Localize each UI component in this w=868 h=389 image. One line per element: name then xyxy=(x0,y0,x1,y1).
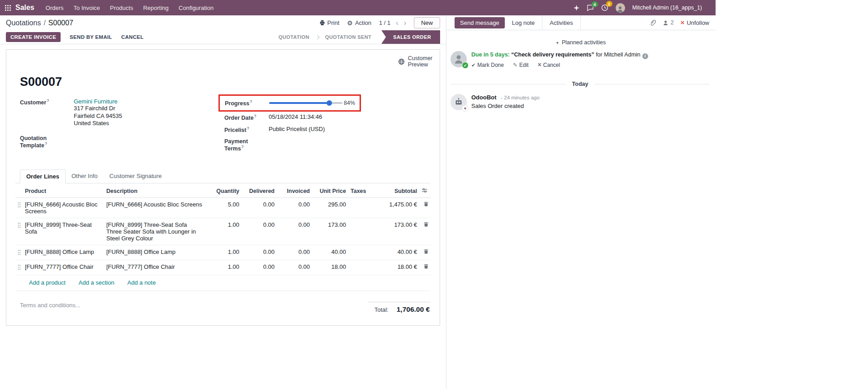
handle-column-header xyxy=(15,184,23,198)
pager-next-icon[interactable]: › xyxy=(404,19,406,27)
product-cell[interactable]: [FURN_8888] Office Lamp xyxy=(23,245,104,260)
action-button[interactable]: Action xyxy=(347,19,371,27)
invoiced-cell[interactable]: 0.00 xyxy=(277,260,312,275)
order-lines-table: Product Description Quantity Delivered I… xyxy=(15,184,431,275)
edit-activity-button[interactable]: Edit xyxy=(513,61,529,68)
tab-other-info[interactable]: Other Info xyxy=(66,169,104,183)
mark-done-button[interactable]: Mark Done xyxy=(471,61,504,68)
menu-to-invoice[interactable]: To Invoice xyxy=(69,0,105,15)
customer-preview-button[interactable]: Customer Preview xyxy=(398,55,432,68)
unit-price-cell[interactable]: 40.00 xyxy=(312,245,348,260)
description-cell[interactable]: [FURN_7777] Office Chair xyxy=(104,260,210,275)
product-cell[interactable]: [FURN_8999] Three-Seat Sofa xyxy=(23,218,104,245)
delete-row-icon[interactable] xyxy=(419,260,431,275)
progress-slider-handle[interactable] xyxy=(327,100,332,106)
taxes-cell[interactable] xyxy=(348,197,376,218)
user-avatar[interactable] xyxy=(616,3,625,13)
invoiced-cell[interactable]: 0.00 xyxy=(277,218,312,245)
progress-slider[interactable] xyxy=(269,102,342,104)
description-cell[interactable]: [FURN_8999] Three-Seat Sofa Three Seater… xyxy=(104,218,210,245)
taxes-cell[interactable] xyxy=(348,260,376,275)
log-note-button[interactable]: Log note xyxy=(505,15,542,30)
delivered-cell[interactable]: 0.00 xyxy=(242,218,277,245)
terms-placeholder[interactable]: Terms and conditions... xyxy=(20,302,81,309)
subtotal-cell: 173.00 € xyxy=(376,218,419,245)
new-button[interactable]: New xyxy=(414,17,440,28)
order-line-row: [FURN_6666] Acoustic Bloc Screens [FURN_… xyxy=(15,197,431,218)
print-button[interactable]: Print xyxy=(319,19,340,26)
product-cell[interactable]: [FURN_7777] Office Chair xyxy=(23,260,104,275)
info-icon[interactable] xyxy=(642,53,648,59)
status-quotation-sent[interactable]: QUOTATION SENT xyxy=(319,34,378,40)
pencil-icon xyxy=(513,62,517,68)
taxes-cell[interactable] xyxy=(348,218,376,245)
status-sales-order[interactable]: SALES ORDER xyxy=(381,30,440,44)
drag-handle-icon[interactable] xyxy=(15,260,23,275)
activities-button[interactable]: Activities xyxy=(542,15,580,30)
quantity-cell[interactable]: 1.00 xyxy=(210,245,242,260)
status-quotation[interactable]: QUOTATION xyxy=(272,34,316,40)
pricelist-value[interactable]: Public Pricelist (USD) xyxy=(269,126,325,133)
delete-row-icon[interactable] xyxy=(419,197,431,218)
optional-columns-icon[interactable] xyxy=(419,184,431,198)
message-body: Sales Order created xyxy=(471,103,540,109)
menu-reporting[interactable]: Reporting xyxy=(138,0,173,15)
add-product-link[interactable]: Add a product xyxy=(29,279,66,286)
drag-handle-icon[interactable] xyxy=(15,245,23,260)
taxes-cell[interactable] xyxy=(348,245,376,260)
quantity-cell[interactable]: 5.00 xyxy=(210,197,242,218)
menu-configuration[interactable]: Configuration xyxy=(174,0,218,15)
invoiced-cell[interactable]: 0.00 xyxy=(277,197,312,218)
pager-previous-icon[interactable]: ‹ xyxy=(396,19,398,27)
apps-grid-icon[interactable] xyxy=(5,5,11,11)
create-invoice-button[interactable]: CREATE INVOICE xyxy=(6,32,61,42)
send-by-email-button[interactable]: SEND BY EMAIL xyxy=(70,34,112,40)
add-section-link[interactable]: Add a section xyxy=(79,279,114,286)
user-menu[interactable]: Mitchell Admin (16_apps_1) xyxy=(632,5,702,11)
delivered-cell[interactable]: 0.00 xyxy=(242,245,277,260)
unit-price-cell[interactable]: 18.00 xyxy=(312,260,348,275)
activity-due: Due in 5 days: xyxy=(471,52,510,58)
followers-button[interactable]: 2 xyxy=(663,19,674,26)
cancel-activity-button[interactable]: Cancel xyxy=(538,61,560,68)
menu-orders[interactable]: Orders xyxy=(41,0,69,15)
unfollow-button[interactable]: Unfollow xyxy=(680,19,709,26)
tab-order-lines[interactable]: Order Lines xyxy=(20,169,66,183)
customer-link[interactable]: Gemini Furniture xyxy=(74,98,118,105)
add-note-link[interactable]: Add a note xyxy=(128,279,156,286)
description-cell[interactable]: [FURN_6666] Acoustic Bloc Screens xyxy=(104,197,210,218)
tab-customer-signature[interactable]: Customer Signature xyxy=(104,169,168,183)
breadcrumb-parent[interactable]: Quotations xyxy=(6,19,41,27)
delete-row-icon[interactable] xyxy=(419,245,431,260)
followers-count: 2 xyxy=(670,19,674,26)
unit-price-cell[interactable]: 295.00 xyxy=(312,197,348,218)
message-author[interactable]: OdooBot xyxy=(471,94,497,101)
unit-price-cell[interactable]: 173.00 xyxy=(312,218,348,245)
customer-preview-line1: Customer xyxy=(408,55,432,61)
quantity-cell[interactable]: 1.00 xyxy=(210,218,242,245)
delete-row-icon[interactable] xyxy=(419,218,431,245)
order-date-value[interactable]: 05/18/2024 11:34:46 xyxy=(269,113,322,121)
send-message-button[interactable]: Send message xyxy=(455,17,505,28)
planned-activities-toggle[interactable]: Planned activities xyxy=(446,39,716,46)
description-cell[interactable]: [FURN_8888] Office Lamp xyxy=(104,245,210,260)
drag-handle-icon[interactable] xyxy=(15,218,23,245)
quantity-cell[interactable]: 1.00 xyxy=(210,260,242,275)
customer-label: Customer? xyxy=(20,98,74,127)
wand-icon[interactable] xyxy=(574,5,579,11)
delivered-cell[interactable]: 0.00 xyxy=(242,197,277,218)
messages-icon[interactable]: 4 xyxy=(587,5,594,11)
quotation-template-field[interactable]: Quotation Template? xyxy=(20,135,224,149)
help-marker: ? xyxy=(247,126,249,131)
attachments-paperclip-icon[interactable] xyxy=(650,19,656,26)
delivered-cell[interactable]: 0.00 xyxy=(242,260,277,275)
payment-terms-field[interactable]: Payment Terms? xyxy=(224,138,374,152)
drag-handle-icon[interactable] xyxy=(15,197,23,218)
cancel-button[interactable]: CANCEL xyxy=(121,34,144,40)
invoiced-cell[interactable]: 0.00 xyxy=(277,245,312,260)
menu-products[interactable]: Products xyxy=(105,0,138,15)
subtotal-cell: 18.00 € xyxy=(376,260,419,275)
activities-clock-icon[interactable]: 2 xyxy=(601,4,608,11)
product-cell[interactable]: [FURN_6666] Acoustic Bloc Screens xyxy=(23,197,104,218)
app-brand[interactable]: Sales xyxy=(15,4,34,12)
